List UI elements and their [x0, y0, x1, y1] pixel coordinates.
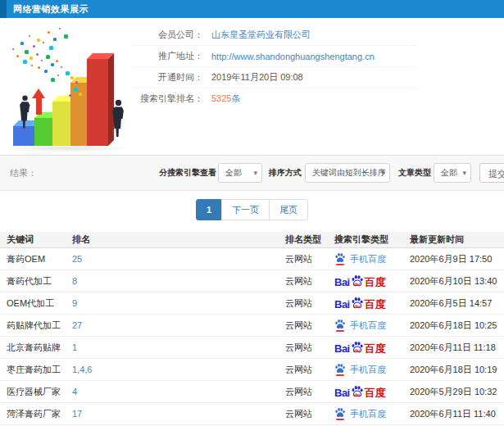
engine-cell: Bai du 百度 [334, 341, 410, 354]
engine-filter-label: 分搜索引擎查看 [159, 156, 216, 190]
baidu-paw-icon [334, 363, 346, 376]
rank-type-cell: 云网站 [285, 342, 334, 354]
rank-cell[interactable]: 17 [72, 409, 285, 419]
page-button-last[interactable]: 尾页 [269, 199, 308, 220]
updated-cell: 2020年6月11日 11:18 [410, 342, 504, 354]
keyword-cell: 枣庄膏药加工 [7, 364, 72, 376]
baidu-logo-paw-icon: du [351, 297, 364, 310]
baidu-logo-badge: Bai du 百度 [334, 385, 410, 398]
updated-cell: 2020年6月18日 10:19 [410, 364, 504, 376]
page-button-next[interactable]: 下一页 [221, 199, 270, 220]
col-rank: 排名 [72, 233, 285, 246]
results-table: 关键词 排名 排名类型 搜索引擎类型 最新更新时间 膏药OEM 25 云网站 [0, 232, 504, 425]
info-row-company: 会员公司： 山东皇圣堂药业有限公司 [131, 25, 418, 46]
keyword-cell: OEM代加工 [7, 297, 72, 310]
baidu-logo-du: du [351, 348, 364, 353]
table-row: 膏药代加工 8 云网站 Bai du 百度 2020 [0, 270, 504, 292]
mobile-baidu-badge: 手机百度 [334, 363, 410, 376]
page: 网络营销效果展示 会员公司： 山东皇圣堂药业有限公司 [0, 0, 504, 426]
table-header-row: 关键词 排名 排名类型 搜索引擎类型 最新更新时间 [0, 232, 504, 248]
baidu-logo-paw-icon: du [351, 385, 364, 398]
promo-url-link[interactable]: http://www.shandonghuangshengtang.cn [211, 52, 375, 61]
baidu-logo-du: du [351, 282, 364, 287]
rank-type-cell: 云网站 [285, 320, 334, 332]
table-row: 枣庄膏药加工 1,4,6 云网站 手机百度 2020年6月18日 [0, 359, 504, 381]
mobile-baidu-badge: 手机百度 [334, 319, 410, 332]
keyword-cell: 药贴牌代加工 [7, 320, 72, 332]
rank-type-cell: 云网站 [285, 297, 334, 310]
engine-cell: 手机百度 [334, 363, 410, 376]
baidu-logo-badge: Bai du 百度 [334, 274, 410, 288]
rank-cell[interactable]: 1,4,6 [72, 365, 285, 374]
baidu-logo-cn: 百度 [365, 387, 386, 398]
baidu-logo-paw-icon: du [351, 341, 364, 354]
opened-time-label: 开通时间： [131, 71, 203, 84]
col-keyword: 关键词 [7, 233, 72, 246]
info-row-rank-count: 搜索引擎排名： 5325条 [131, 88, 418, 109]
company-label: 会员公司： [131, 29, 203, 41]
table-body: 膏药OEM 25 云网站 手机百度 2020年6月9日 17:50 [0, 248, 504, 425]
engine-cell: Bai du 百度 [334, 274, 410, 288]
baidu-paw-icon [334, 407, 346, 420]
updated-cell: 2020年6月10日 13:40 [410, 275, 504, 288]
baidu-logo-bai: Bai [334, 343, 350, 354]
article-type-label: 文章类型 [398, 156, 431, 190]
mobile-baidu-badge: 手机百度 [334, 252, 410, 265]
info-row-url: 推广地址： http://www.shandonghuangshengtang.… [131, 46, 418, 67]
rank-cell[interactable]: 27 [72, 320, 285, 330]
updated-cell: 2020年6月11日 11:40 [410, 408, 504, 420]
engine-cell: 手机百度 [334, 407, 410, 420]
col-rank-type: 排名类型 [285, 233, 334, 246]
company-info: 会员公司： 山东皇圣堂药业有限公司 推广地址： http://www.shand… [131, 25, 418, 109]
baidu-logo-cn: 百度 [365, 277, 386, 288]
page-title: 网络营销效果展示 [13, 0, 89, 18]
baidu-paw-icon [334, 252, 346, 265]
table-row: OEM代加工 9 云网站 Bai du 百度 202 [0, 292, 504, 315]
sort-value: 关键词由短到长排序 [312, 168, 386, 177]
submit-button[interactable]: 提交 [479, 163, 504, 183]
rank-cell[interactable]: 9 [72, 298, 285, 308]
updated-cell: 2020年6月18日 10:25 [410, 320, 504, 332]
engine-cell: Bai du 百度 [334, 297, 410, 310]
up-arrow-icon [32, 88, 45, 116]
baidu-paw-icon [334, 319, 346, 332]
title-bar-accent [0, 0, 7, 18]
table-row: 医疗器械厂家 4 云网站 Bai du 百度 202 [0, 381, 504, 403]
engine-cell: Bai du 百度 [334, 385, 410, 398]
rank-type-cell: 云网站 [285, 364, 334, 376]
sort-label: 排序方式 [269, 156, 302, 190]
company-link[interactable]: 山东皇圣堂药业有限公司 [211, 29, 311, 41]
table-row: 菏泽膏药厂家 17 云网站 手机百度 2020年6月11日 11: [0, 403, 504, 425]
baidu-logo-du: du [351, 304, 364, 309]
sort-select[interactable]: 关键词由短到长排序 [305, 163, 390, 183]
table-row: 药贴牌代加工 27 云网站 手机百度 2020年6月18日 10: [0, 315, 504, 337]
keyword-cell: 膏药OEM [7, 253, 72, 265]
keyword-cell: 医疗器械厂家 [7, 386, 72, 398]
updated-cell: 2020年6月5日 14:57 [410, 297, 504, 310]
rank-count-unit: 条 [231, 93, 240, 103]
article-type-value: 全部 [441, 168, 457, 177]
filter-bar: 结果： 分搜索引擎查看 全部 排序方式 关键词由短到长排序 文章类型 全部 提交 [0, 155, 504, 191]
rank-cell[interactable]: 8 [72, 276, 285, 286]
article-type-select[interactable]: 全部 [434, 163, 471, 183]
businessman-right-icon [111, 99, 125, 142]
rank-cell[interactable]: 4 [72, 387, 285, 397]
engine-filter-select[interactable]: 全部 [218, 163, 262, 183]
rank-cell[interactable]: 1 [72, 342, 285, 352]
baidu-logo-cn: 百度 [365, 343, 386, 354]
baidu-logo-cn: 百度 [365, 299, 386, 310]
baidu-logo-badge: Bai du 百度 [334, 297, 410, 310]
col-engine-type: 搜索引擎类型 [334, 233, 410, 246]
rank-count-value: 5325 [211, 93, 231, 103]
engine-filter-value: 全部 [225, 168, 242, 177]
rank-type-cell: 云网站 [285, 253, 334, 265]
rank-cell[interactable]: 25 [72, 254, 285, 264]
page-button-current[interactable]: 1 [196, 199, 222, 220]
col-updated: 最新更新时间 [410, 233, 504, 246]
businessman-left-icon [19, 95, 31, 133]
engine-label: 手机百度 [350, 408, 386, 420]
result-label: 结果： [10, 156, 37, 190]
info-row-opened: 开通时间： 2019年11月20日 09:08 [131, 67, 418, 88]
mobile-baidu-badge: 手机百度 [334, 407, 410, 420]
table-row: 膏药OEM 25 云网站 手机百度 2020年6月9日 17:50 [0, 248, 504, 270]
